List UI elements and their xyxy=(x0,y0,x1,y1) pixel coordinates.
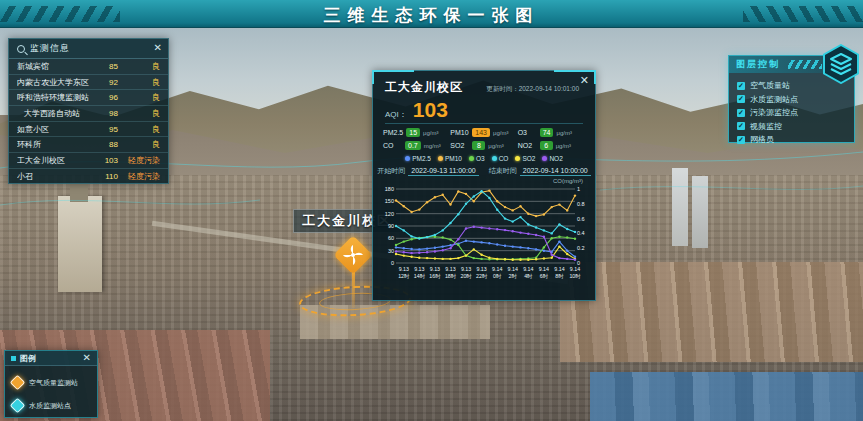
legend-label: PM10 xyxy=(445,155,462,162)
checkbox-checked-icon[interactable]: ✓ xyxy=(737,82,745,90)
station-status: 良 xyxy=(118,124,160,135)
trend-chart: 030609012015018000.20.40.60.819.1312时9.1… xyxy=(378,184,591,284)
layer-item[interactable]: ✓网格员 xyxy=(737,133,846,147)
legend-dot-icon xyxy=(492,156,497,161)
station-status: 良 xyxy=(118,61,160,72)
svg-text:0.2: 0.2 xyxy=(577,245,585,251)
station-aqi-value: 110 xyxy=(96,172,118,181)
station-row[interactable]: 如意小区95良 xyxy=(9,122,168,138)
svg-text:9.148时: 9.148时 xyxy=(554,266,564,279)
pollutant-unit: μg/m³ xyxy=(493,130,508,136)
chart-legend-item[interactable]: SO2 xyxy=(515,155,535,162)
app-header: 三维生态环保一张图 xyxy=(0,0,863,28)
station-name: 内蒙古农业大学东区 xyxy=(17,77,96,88)
station-name: 环科所 xyxy=(17,139,96,150)
legend-label: O3 xyxy=(476,155,485,162)
legend-item: 水质监测站点 xyxy=(12,394,90,417)
legend-label: NO2 xyxy=(549,155,562,162)
pollutant-name: SO2 xyxy=(450,142,469,149)
legend-item-label: 空气质量监测站 xyxy=(29,378,78,388)
layer-label: 空气质量站 xyxy=(750,80,790,91)
layer-panel-title: 图层控制 xyxy=(736,58,780,71)
station-row[interactable]: 大学西路自动站98良 xyxy=(9,106,168,122)
svg-text:9.1316时: 9.1316时 xyxy=(429,266,441,279)
station-aqi-value: 103 xyxy=(96,156,118,165)
start-time-input[interactable]: 2022-09-13 11:00:00 xyxy=(408,167,478,176)
checkbox-checked-icon[interactable]: ✓ xyxy=(737,95,745,103)
diamond-marker-icon xyxy=(10,375,26,391)
svg-text:0.8: 0.8 xyxy=(577,201,585,207)
layer-item[interactable]: ✓水质监测站点 xyxy=(737,93,846,107)
end-time-input[interactable]: 2022-09-14 10:00:00 xyxy=(520,167,591,176)
legend-item: 空气质量监测站 xyxy=(12,371,90,394)
station-row[interactable]: 内蒙古农业大学东区92良 xyxy=(9,75,168,91)
station-status: 良 xyxy=(118,108,160,119)
pollutant-name: CO xyxy=(383,142,402,149)
station-row[interactable]: 小召110轻度污染 xyxy=(9,169,168,183)
update-time: 更新时间：2022-09-14 10:01:00 xyxy=(486,85,579,94)
legend-dot-icon xyxy=(469,156,474,161)
pollutant-unit: μg/m³ xyxy=(556,130,571,136)
layer-item[interactable]: ✓视频监控 xyxy=(737,120,846,134)
chart-container: 030609012015018000.20.40.60.819.1312时9.1… xyxy=(373,184,595,288)
update-time-value: 2022-09-14 10:01:00 xyxy=(519,85,579,92)
layer-label: 污染源监控点 xyxy=(750,107,798,118)
chart-legend-item[interactable]: PM10 xyxy=(438,155,462,162)
svg-text:9.140时: 9.140时 xyxy=(492,266,502,279)
legend-panel-title: 图例 xyxy=(20,353,36,364)
layer-label: 网格员 xyxy=(750,134,774,145)
legend-label: SO2 xyxy=(522,155,535,162)
station-status: 良 xyxy=(118,139,160,150)
station-detail-popup: ✕ 工大金川校区 更新时间：2022-09-14 10:01:00 AQI： 1… xyxy=(372,70,596,301)
svg-text:9.1320时: 9.1320时 xyxy=(460,266,472,279)
station-status: 良 xyxy=(118,77,160,88)
station-name: 新城宾馆 xyxy=(17,61,96,72)
station-row[interactable]: 环科所88良 xyxy=(9,137,168,153)
pollutant-value-badge: 8 xyxy=(472,141,485,150)
svg-text:9.1314时: 9.1314时 xyxy=(414,266,426,279)
svg-text:9.1312时: 9.1312时 xyxy=(398,266,410,279)
station-status: 轻度污染 xyxy=(118,155,160,166)
station-row[interactable]: 新城宾馆85良 xyxy=(9,59,168,75)
bullet-icon xyxy=(11,356,16,361)
svg-text:0.6: 0.6 xyxy=(577,216,585,222)
checkbox-checked-icon[interactable]: ✓ xyxy=(737,122,745,130)
checkbox-checked-icon[interactable]: ✓ xyxy=(737,136,745,144)
legend-panel-header: 图例 ✕ xyxy=(5,351,97,366)
popup-close-icon[interactable]: ✕ xyxy=(580,75,589,85)
station-name: 大学西路自动站 xyxy=(17,108,96,119)
update-time-label: 更新时间： xyxy=(486,85,519,92)
station-name: 工大金川校区 xyxy=(17,155,96,166)
layer-item[interactable]: ✓污染源监控点 xyxy=(737,106,846,120)
app-title: 三维生态环保一张图 xyxy=(0,4,863,27)
popup-title: 工大金川校区 xyxy=(385,79,463,96)
legend-dot-icon xyxy=(405,156,410,161)
legend-panel-close-icon[interactable]: ✕ xyxy=(83,353,91,363)
station-aqi-value: 85 xyxy=(96,62,118,71)
station-row[interactable]: 工大金川校区103轻度污染 xyxy=(9,153,168,169)
pollutant-item: SO28μg/m³ xyxy=(450,141,517,150)
legend-dot-icon xyxy=(542,156,547,161)
svg-text:180: 180 xyxy=(385,186,394,192)
pollutant-unit: μg/m³ xyxy=(488,143,503,149)
chart-legend-item[interactable]: PM2.5 xyxy=(405,155,431,162)
station-row[interactable]: 呼和浩特环境监测站96良 xyxy=(9,90,168,106)
svg-text:150: 150 xyxy=(385,198,394,204)
station-panel-close-icon[interactable]: ✕ xyxy=(154,43,162,53)
checkbox-checked-icon[interactable]: ✓ xyxy=(737,109,745,117)
end-time-label: 结束时间 xyxy=(489,166,517,176)
chart-legend-item[interactable]: NO2 xyxy=(542,155,562,162)
chart-legend-item[interactable]: O3 xyxy=(469,155,485,162)
station-name: 如意小区 xyxy=(17,124,96,135)
svg-text:9.142时: 9.142时 xyxy=(508,266,518,279)
air-station-marker-icon[interactable] xyxy=(337,239,369,271)
pollutant-value-badge: 6 xyxy=(540,141,553,150)
station-aqi-value: 95 xyxy=(96,125,118,134)
aqi-row: AQI： 103 xyxy=(373,96,595,121)
pollutant-value-badge: 0.7 xyxy=(405,141,421,150)
legend-label: PM2.5 xyxy=(412,155,431,162)
legend-dot-icon xyxy=(438,156,443,161)
svg-text:9.1322时: 9.1322时 xyxy=(476,266,488,279)
chart-legend-item[interactable]: CO xyxy=(492,155,509,162)
layers-hexagon-icon[interactable] xyxy=(821,44,861,84)
